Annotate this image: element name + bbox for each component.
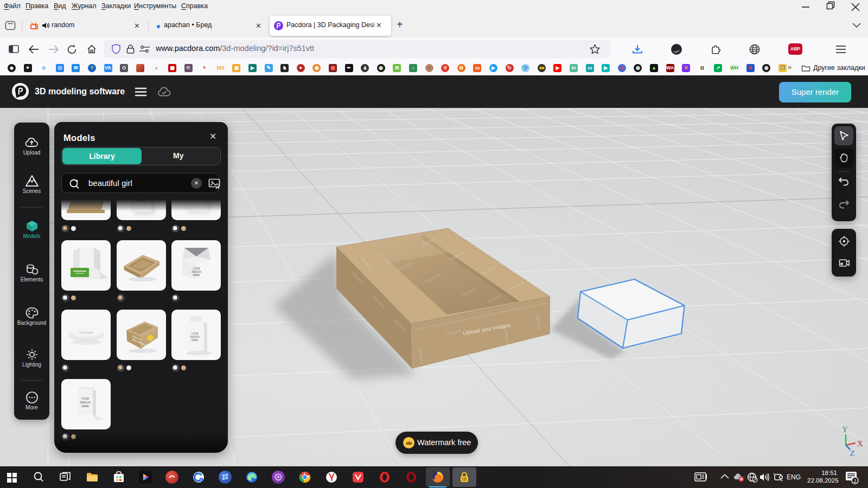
svg-text:Z: Z — [850, 449, 855, 458]
svg-text:YOUR: YOUR — [191, 332, 199, 335]
svg-text:DESIGN: DESIGN — [80, 401, 91, 404]
svg-text:HERE: HERE — [193, 274, 200, 277]
svg-text:HERE: HERE — [192, 339, 199, 342]
svg-text:Y: Y — [842, 425, 848, 434]
svg-text:HERE: HERE — [81, 404, 90, 408]
svg-text:DESIGN: DESIGN — [192, 271, 201, 273]
svg-text:YOUR DESIGN: YOUR DESIGN — [79, 332, 93, 334]
svg-text:X: X — [857, 439, 863, 448]
svg-text:YOUR: YOUR — [193, 267, 200, 270]
svg-text:YOUR: YOUR — [81, 397, 90, 400]
svg-text:DESIGN: DESIGN — [190, 336, 200, 338]
svg-text:2: 2 — [853, 478, 856, 484]
